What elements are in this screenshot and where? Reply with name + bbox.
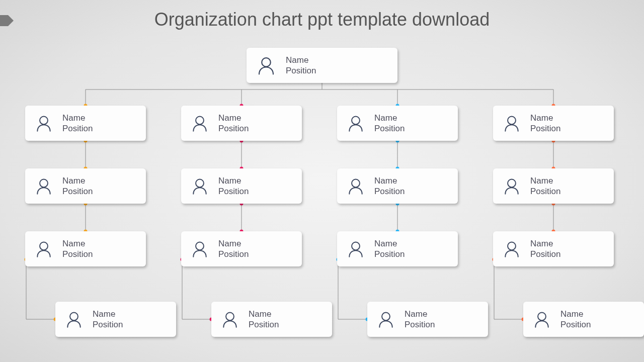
person-icon [502, 239, 530, 258]
svg-point-64 [508, 179, 516, 188]
node-position: Position [530, 249, 560, 259]
node-position: Position [405, 319, 435, 330]
node-name: Name [374, 238, 405, 249]
node-position: Position [93, 319, 123, 330]
node-name: Name [218, 175, 249, 186]
person-icon [190, 239, 218, 258]
svg-point-65 [508, 242, 516, 250]
node-name: Name [218, 113, 249, 123]
node-position: Position [218, 249, 249, 259]
person-icon [34, 239, 62, 258]
svg-point-52 [40, 179, 48, 188]
node-name: Name [286, 55, 316, 65]
svg-point-50 [262, 58, 271, 67]
svg-point-62 [382, 313, 390, 321]
node-position: Position [62, 123, 93, 134]
node-position: Position [374, 123, 405, 134]
person-icon [532, 310, 560, 329]
org-node-c0-r0: Name Position [25, 106, 146, 141]
node-name: Name [530, 175, 560, 186]
person-icon [376, 310, 405, 329]
svg-point-58 [226, 313, 234, 321]
slide-title: Organization chart ppt template download [0, 9, 644, 30]
org-node-c1-r0: Name Position [181, 106, 302, 141]
node-name: Name [62, 175, 93, 186]
node-position: Position [286, 65, 316, 76]
org-node-c1-r2: Name Position [181, 231, 302, 266]
node-name: Name [405, 309, 435, 319]
node-position: Position [530, 123, 560, 134]
org-node-c1-r1: Name Position [181, 168, 302, 204]
svg-point-53 [40, 242, 48, 250]
org-node-c2-r0: Name Position [337, 106, 458, 141]
svg-point-59 [352, 117, 360, 125]
org-node-c3-r0: Name Position [493, 106, 614, 141]
node-position: Position [62, 249, 93, 259]
org-node-c2-r2: Name Position [337, 231, 458, 266]
org-node-c2-r3: Name Position [367, 302, 488, 337]
node-name: Name [218, 238, 249, 249]
node-name: Name [374, 175, 405, 186]
person-icon [502, 114, 530, 133]
svg-point-66 [538, 313, 546, 321]
svg-point-61 [352, 242, 360, 250]
person-icon [346, 176, 374, 196]
node-name: Name [93, 309, 123, 319]
person-icon [34, 176, 62, 196]
person-icon [256, 55, 286, 76]
node-name: Name [62, 238, 93, 249]
node-name: Name [374, 113, 405, 123]
person-icon [64, 310, 93, 329]
node-position: Position [374, 186, 405, 197]
person-icon [346, 114, 374, 133]
svg-point-56 [196, 179, 204, 188]
person-icon [34, 114, 62, 133]
org-node-c0-r3: Name Position [55, 302, 176, 337]
node-position: Position [530, 186, 560, 197]
node-position: Position [62, 186, 93, 197]
org-node-top: Name Position [247, 48, 397, 83]
org-node-c0-r2: Name Position [25, 231, 146, 266]
person-icon [190, 114, 218, 133]
person-icon [502, 176, 530, 196]
org-chart-stage: Organization chart ppt template download… [0, 0, 644, 362]
svg-point-60 [352, 179, 360, 188]
node-name: Name [560, 309, 591, 319]
person-icon [190, 176, 218, 196]
node-position: Position [218, 123, 249, 134]
node-position: Position [374, 249, 405, 259]
org-node-c0-r1: Name Position [25, 168, 146, 204]
svg-point-63 [508, 117, 516, 125]
node-position: Position [218, 186, 249, 197]
org-node-c3-r2: Name Position [493, 231, 614, 266]
svg-point-54 [70, 313, 78, 321]
node-name: Name [249, 309, 279, 319]
svg-point-51 [40, 117, 48, 125]
org-node-c2-r1: Name Position [337, 168, 458, 204]
person-icon [346, 239, 374, 258]
node-name: Name [530, 238, 560, 249]
node-name: Name [530, 113, 560, 123]
svg-point-55 [196, 117, 204, 125]
org-node-c1-r3: Name Position [211, 302, 332, 337]
org-node-c3-r1: Name Position [493, 168, 614, 204]
org-node-c3-r3: Name Position [523, 302, 644, 337]
node-position: Position [560, 319, 591, 330]
svg-point-57 [196, 242, 204, 250]
node-name: Name [62, 113, 93, 123]
person-icon [220, 310, 249, 329]
node-position: Position [249, 319, 279, 330]
